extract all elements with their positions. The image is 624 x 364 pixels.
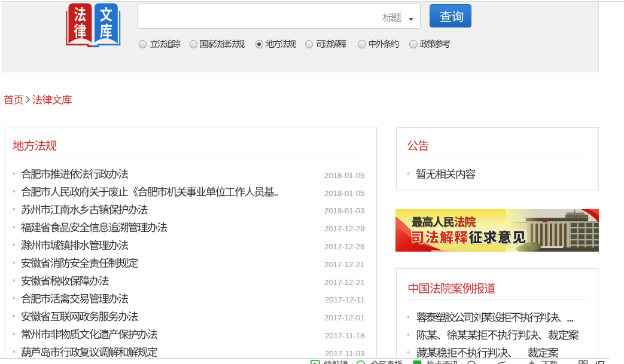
- svg-text:2017-12-11: 2017-12-11: [325, 295, 364, 304]
- svg-text:2017-12-26: 2017-12-26: [324, 242, 364, 251]
- svg-text:2017-11-18: 2017-11-18: [325, 331, 364, 340]
- svg-text:2017-12-21: 2017-12-21: [324, 278, 364, 287]
- svg-text:2017-12-21: 2017-12-21: [324, 260, 364, 269]
- svg-text:2018-01-05: 2018-01-05: [324, 189, 364, 198]
- svg-text:2018-01-05: 2018-01-05: [324, 171, 364, 180]
- svg-text:2017-11-03: 2017-11-03: [325, 349, 364, 358]
- svg-text:2017-12-01: 2017-12-01: [324, 313, 364, 322]
- svg-text:2018-01-03: 2018-01-03: [324, 206, 364, 215]
- svg-text:2017-12-29: 2017-12-29: [324, 224, 364, 233]
